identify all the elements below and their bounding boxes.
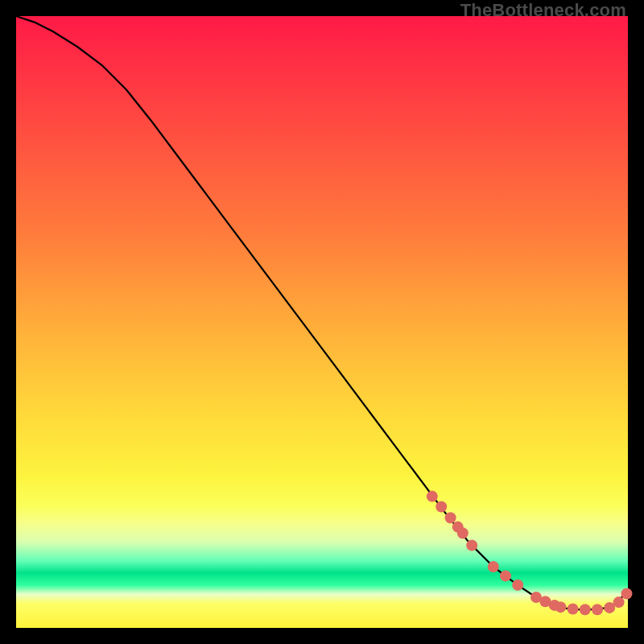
marker-dot [580, 604, 591, 615]
marker-dot [457, 527, 469, 539]
marker-dot [555, 601, 566, 613]
marker-dot [488, 561, 499, 572]
plot-frame [16, 16, 628, 628]
marker-dot [436, 502, 447, 513]
marker-dot [592, 604, 603, 615]
marker-dot [568, 603, 579, 614]
marker-dot [500, 570, 511, 581]
marker-dot [466, 539, 477, 551]
marker-dot [427, 491, 438, 502]
marker-dot [512, 580, 523, 591]
curve-line [16, 16, 628, 609]
marker-dot [621, 588, 632, 599]
watermark-text: TheBottleneck.com [460, 0, 626, 21]
plot-svg [16, 16, 628, 628]
marker-dot [445, 512, 456, 523]
marker-group [427, 491, 633, 616]
marker-dot [613, 597, 625, 608]
